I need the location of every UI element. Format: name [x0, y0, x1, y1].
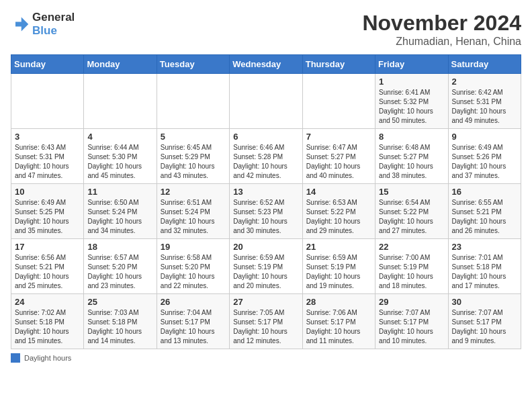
day-info: Sunrise: 6:54 AM Sunset: 5:22 PM Dayligh…: [379, 198, 444, 236]
day-info: Sunrise: 6:59 AM Sunset: 5:19 PM Dayligh…: [306, 253, 371, 291]
calendar-cell: 15Sunrise: 6:54 AM Sunset: 5:22 PM Dayli…: [375, 184, 448, 239]
day-info: Sunrise: 6:46 AM Sunset: 5:28 PM Dayligh…: [233, 143, 298, 181]
day-info: Sunrise: 6:59 AM Sunset: 5:19 PM Dayligh…: [233, 253, 298, 291]
calendar-cell: 1Sunrise: 6:41 AM Sunset: 5:32 PM Daylig…: [375, 74, 448, 129]
calendar-cell: 3Sunrise: 6:43 AM Sunset: 5:31 PM Daylig…: [11, 129, 84, 184]
title-area: November 2024 Zhumadian, Henan, China: [362, 11, 521, 48]
day-number: 23: [452, 242, 517, 252]
calendar-week-row: 24Sunrise: 7:02 AM Sunset: 5:18 PM Dayli…: [11, 294, 521, 349]
day-info: Sunrise: 7:00 AM Sunset: 5:19 PM Dayligh…: [379, 253, 444, 291]
calendar-cell: 24Sunrise: 7:02 AM Sunset: 5:18 PM Dayli…: [11, 294, 84, 349]
calendar-cell: 25Sunrise: 7:03 AM Sunset: 5:18 PM Dayli…: [84, 294, 157, 349]
legend-text: Daylight hours: [24, 354, 71, 362]
day-info: Sunrise: 6:42 AM Sunset: 5:31 PM Dayligh…: [452, 88, 517, 126]
calendar-cell: 11Sunrise: 6:50 AM Sunset: 5:24 PM Dayli…: [84, 184, 157, 239]
calendar-cell: 10Sunrise: 6:49 AM Sunset: 5:25 PM Dayli…: [11, 184, 84, 239]
calendar-week-row: 10Sunrise: 6:49 AM Sunset: 5:25 PM Dayli…: [11, 184, 521, 239]
day-number: 17: [15, 242, 80, 252]
logo-icon: [11, 15, 30, 34]
day-info: Sunrise: 6:51 AM Sunset: 5:24 PM Dayligh…: [161, 198, 226, 236]
calendar-cell: [230, 74, 302, 129]
day-info: Sunrise: 7:07 AM Sunset: 5:17 PM Dayligh…: [379, 308, 444, 346]
calendar-cell: 7Sunrise: 6:47 AM Sunset: 5:27 PM Daylig…: [302, 129, 375, 184]
day-number: 10: [15, 187, 80, 197]
day-number: 12: [161, 187, 226, 197]
calendar-cell: 28Sunrise: 7:06 AM Sunset: 5:17 PM Dayli…: [302, 294, 375, 349]
calendar-cell: 20Sunrise: 6:59 AM Sunset: 5:19 PM Dayli…: [230, 239, 302, 294]
day-number: 5: [161, 132, 226, 142]
calendar-cell: [84, 74, 157, 129]
calendar-cell: 9Sunrise: 6:49 AM Sunset: 5:26 PM Daylig…: [448, 129, 521, 184]
day-number: 16: [452, 187, 517, 197]
day-info: Sunrise: 6:57 AM Sunset: 5:20 PM Dayligh…: [87, 253, 152, 291]
day-number: 8: [379, 132, 444, 142]
day-info: Sunrise: 6:47 AM Sunset: 5:27 PM Dayligh…: [306, 143, 371, 181]
day-info: Sunrise: 6:53 AM Sunset: 5:22 PM Dayligh…: [306, 198, 371, 236]
location-title: Zhumadian, Henan, China: [362, 36, 521, 48]
calendar-week-row: 1Sunrise: 6:41 AM Sunset: 5:32 PM Daylig…: [11, 74, 521, 129]
day-info: Sunrise: 6:48 AM Sunset: 5:27 PM Dayligh…: [379, 143, 444, 181]
day-number: 26: [161, 297, 226, 307]
day-info: Sunrise: 6:49 AM Sunset: 5:25 PM Dayligh…: [15, 198, 80, 236]
calendar-week-row: 17Sunrise: 6:56 AM Sunset: 5:21 PM Dayli…: [11, 239, 521, 294]
day-number: 28: [306, 297, 371, 307]
day-number: 6: [233, 132, 298, 142]
day-info: Sunrise: 6:50 AM Sunset: 5:24 PM Dayligh…: [87, 198, 152, 236]
calendar-cell: 18Sunrise: 6:57 AM Sunset: 5:20 PM Dayli…: [84, 239, 157, 294]
header: General Blue November 2024 Zhumadian, He…: [11, 11, 521, 48]
day-number: 2: [452, 77, 517, 87]
day-number: 7: [306, 132, 371, 142]
day-number: 21: [306, 242, 371, 252]
month-title: November 2024: [362, 11, 521, 36]
day-info: Sunrise: 6:56 AM Sunset: 5:21 PM Dayligh…: [15, 253, 80, 291]
day-info: Sunrise: 6:49 AM Sunset: 5:26 PM Dayligh…: [452, 143, 517, 181]
day-info: Sunrise: 6:52 AM Sunset: 5:23 PM Dayligh…: [233, 198, 298, 236]
day-info: Sunrise: 7:05 AM Sunset: 5:17 PM Dayligh…: [233, 308, 298, 346]
day-info: Sunrise: 6:55 AM Sunset: 5:21 PM Dayligh…: [452, 198, 517, 236]
day-info: Sunrise: 7:02 AM Sunset: 5:18 PM Dayligh…: [15, 308, 80, 346]
day-info: Sunrise: 7:04 AM Sunset: 5:17 PM Dayligh…: [161, 308, 226, 346]
calendar-cell: 16Sunrise: 6:55 AM Sunset: 5:21 PM Dayli…: [448, 184, 521, 239]
day-info: Sunrise: 6:44 AM Sunset: 5:30 PM Dayligh…: [87, 143, 152, 181]
calendar-cell: 30Sunrise: 7:07 AM Sunset: 5:17 PM Dayli…: [448, 294, 521, 349]
day-number: 20: [233, 242, 298, 252]
calendar-table: SundayMondayTuesdayWednesdayThursdayFrid…: [11, 54, 521, 349]
day-info: Sunrise: 7:06 AM Sunset: 5:17 PM Dayligh…: [306, 308, 371, 346]
day-number: 9: [452, 132, 517, 142]
calendar-cell: 5Sunrise: 6:45 AM Sunset: 5:29 PM Daylig…: [157, 129, 229, 184]
day-info: Sunrise: 6:41 AM Sunset: 5:32 PM Dayligh…: [379, 88, 444, 126]
day-number: 30: [452, 297, 517, 307]
calendar-cell: 21Sunrise: 6:59 AM Sunset: 5:19 PM Dayli…: [302, 239, 375, 294]
calendar-cell: 2Sunrise: 6:42 AM Sunset: 5:31 PM Daylig…: [448, 74, 521, 129]
calendar-header-tuesday: Tuesday: [157, 55, 229, 74]
calendar-cell: 29Sunrise: 7:07 AM Sunset: 5:17 PM Dayli…: [375, 294, 448, 349]
calendar-cell: 22Sunrise: 7:00 AM Sunset: 5:19 PM Dayli…: [375, 239, 448, 294]
day-number: 4: [87, 132, 152, 142]
day-number: 24: [15, 297, 80, 307]
day-number: 14: [306, 187, 371, 197]
day-number: 13: [233, 187, 298, 197]
calendar-header-wednesday: Wednesday: [230, 55, 302, 74]
calendar-cell: 27Sunrise: 7:05 AM Sunset: 5:17 PM Dayli…: [230, 294, 302, 349]
calendar-header-sunday: Sunday: [11, 55, 84, 74]
calendar-header-row: SundayMondayTuesdayWednesdayThursdayFrid…: [11, 55, 521, 74]
calendar-cell: [11, 74, 84, 129]
logo-text: General Blue: [32, 11, 75, 38]
day-number: 18: [87, 242, 152, 252]
calendar-week-row: 3Sunrise: 6:43 AM Sunset: 5:31 PM Daylig…: [11, 129, 521, 184]
day-number: 27: [233, 297, 298, 307]
calendar-cell: 4Sunrise: 6:44 AM Sunset: 5:30 PM Daylig…: [84, 129, 157, 184]
day-info: Sunrise: 7:03 AM Sunset: 5:18 PM Dayligh…: [87, 308, 152, 346]
calendar-cell: 12Sunrise: 6:51 AM Sunset: 5:24 PM Dayli…: [157, 184, 229, 239]
day-info: Sunrise: 6:58 AM Sunset: 5:20 PM Dayligh…: [161, 253, 226, 291]
calendar-header-monday: Monday: [84, 55, 157, 74]
calendar-cell: 26Sunrise: 7:04 AM Sunset: 5:17 PM Dayli…: [157, 294, 229, 349]
logo: General Blue: [11, 11, 75, 38]
calendar-header-saturday: Saturday: [448, 55, 521, 74]
calendar-header-friday: Friday: [375, 55, 448, 74]
day-number: 22: [379, 242, 444, 252]
day-number: 29: [379, 297, 444, 307]
calendar-cell: 6Sunrise: 6:46 AM Sunset: 5:28 PM Daylig…: [230, 129, 302, 184]
day-number: 1: [379, 77, 444, 87]
day-info: Sunrise: 7:01 AM Sunset: 5:18 PM Dayligh…: [452, 253, 517, 291]
